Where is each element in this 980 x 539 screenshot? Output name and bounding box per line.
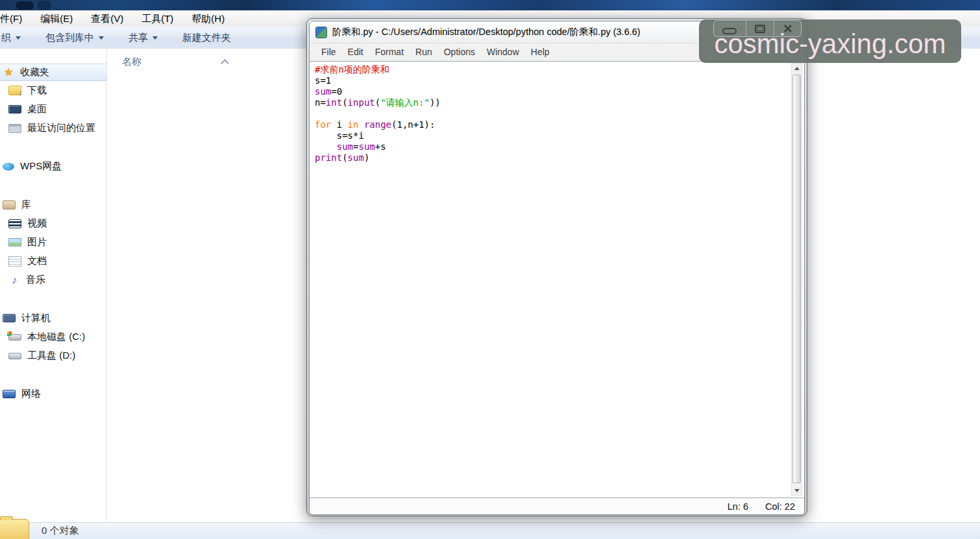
code-token: in: [348, 119, 359, 130]
sidebar-section-wps-drive: WPS网盘: [0, 157, 106, 176]
explorer-menu-item-0[interactable]: 件(F): [0, 10, 25, 27]
toolbar-button-0[interactable]: 织: [1, 27, 21, 49]
sidebar-item-label: 图片: [27, 236, 47, 248]
sidebar-item-label: 桌面: [27, 103, 47, 115]
explorer-menu-item-2[interactable]: 查看(V): [88, 10, 126, 27]
star-icon: [3, 67, 14, 78]
vertical-scrollbar[interactable]: [791, 63, 802, 496]
scroll-up-icon: [794, 67, 800, 70]
sidebar-section-network: 网络: [0, 385, 106, 403]
code-token: ): [364, 152, 369, 163]
screen: 件(F)编辑(E)查看(V)工具(T)帮助(H) 织包含到库中共享新建文件夹 收…: [0, 0, 980, 539]
sidebar-item-label: 库: [21, 198, 31, 211]
toolbar-button-label: 包含到库中: [45, 27, 94, 49]
column-header-label: 名称: [122, 56, 141, 67]
code-line: for i in range(1,n+1):: [315, 119, 787, 130]
sidebar-section-libraries: 库视频图片文档音乐: [0, 195, 106, 289]
code-line: #求前n项的阶乘和: [315, 64, 787, 75]
dropdown-arrow-icon: [153, 36, 158, 40]
code-line: print(sum): [315, 152, 787, 163]
music-icon: [8, 274, 20, 286]
object-count: 0 个对象: [42, 525, 79, 537]
idle-window-title: 阶乘和.py - C:/Users/Administrator/Desktop/…: [332, 26, 641, 38]
idle-menu-file[interactable]: File: [315, 43, 342, 61]
idle-status-bar: Ln: 6 Col: 22: [310, 498, 804, 514]
scroll-down-icon: [794, 489, 800, 492]
computer-icon: [3, 314, 16, 322]
status-column: Col: 22: [765, 501, 795, 512]
toolbar-button-label: 新建文件夹: [182, 27, 231, 49]
scroll-up-button[interactable]: [792, 64, 802, 73]
code-token: sum: [315, 86, 331, 97]
sidebar-item-label: 计算机: [21, 312, 51, 324]
explorer-menu-item-4[interactable]: 帮助(H): [189, 10, 227, 27]
details-pane: 0 个对象: [0, 522, 980, 539]
sidebar-item-music[interactable]: 音乐: [0, 270, 106, 289]
sidebar-item-label: 本地磁盘 (C:): [27, 331, 85, 343]
code-line: s=s*i: [315, 130, 787, 141]
sidebar-item-favorites[interactable]: 收藏夹: [0, 64, 106, 81]
sidebar-item-label: WPS网盘: [20, 160, 62, 173]
toolbar-button-1[interactable]: 包含到库中: [45, 27, 104, 49]
sidebar-item-desktop[interactable]: 桌面: [0, 100, 106, 119]
sidebar-item-network[interactable]: 网络: [0, 385, 106, 403]
idle-menu-edit[interactable]: Edit: [342, 43, 369, 61]
status-line: Ln: 6: [728, 501, 748, 512]
idle-menu-help[interactable]: Help: [525, 43, 556, 61]
library-icon: [3, 200, 16, 210]
sidebar-item-label: 音乐: [26, 274, 45, 286]
idle-text-area[interactable]: #求前n项的阶乘和s=1sum=0n=int(input("请输入n:")) f…: [310, 62, 804, 498]
code-token: s=s*i: [315, 130, 364, 141]
sidebar-item-label: 最近访问的位置: [27, 122, 95, 134]
scrollbar-thumb[interactable]: [792, 75, 801, 483]
code-token: sum: [358, 141, 374, 152]
code-token: sum: [337, 141, 353, 152]
scroll-down-button[interactable]: [792, 486, 802, 496]
code-editor[interactable]: #求前n项的阶乘和s=1sum=0n=int(input("请输入n:")) f…: [315, 64, 787, 163]
idle-menu-run[interactable]: Run: [410, 43, 438, 61]
dropdown-arrow-icon: [99, 36, 104, 40]
sidebar-item-wps-drive[interactable]: WPS网盘: [0, 157, 106, 176]
code-line: [315, 108, 787, 119]
sidebar-section-favorites: 收藏夹下载桌面最近访问的位置: [0, 64, 106, 138]
video-icon: [8, 219, 21, 228]
code-token: sum: [348, 152, 364, 163]
sidebar-item-documents[interactable]: 文档: [0, 252, 106, 270]
sidebar-item-local-disk-c[interactable]: 本地磁盘 (C:): [0, 328, 106, 346]
python-icon: [315, 27, 327, 38]
toolbar-button-label: 织: [1, 27, 11, 49]
dropdown-arrow-icon: [16, 36, 21, 40]
explorer-menu-item-3[interactable]: 工具(T): [139, 10, 176, 27]
documents-icon: [8, 256, 21, 267]
sidebar-item-recent-places[interactable]: 最近访问的位置: [0, 119, 106, 138]
sidebar-item-computer[interactable]: 计算机: [0, 309, 106, 328]
download-icon: [8, 86, 21, 95]
toolbar-button-3[interactable]: 新建文件夹: [182, 27, 231, 49]
code-token: [315, 141, 337, 152]
sidebar-item-label: 文档: [27, 255, 47, 267]
code-token: (1,n+1):: [391, 119, 435, 130]
sidebar-section-computer: 计算机本地磁盘 (C:)工具盘 (D:): [0, 309, 106, 365]
code-line: n=int(input("请输入n:")): [315, 97, 787, 108]
idle-menu-options[interactable]: Options: [438, 43, 481, 61]
idle-menu-format[interactable]: Format: [369, 43, 410, 61]
toolbar-button-2[interactable]: 共享: [129, 27, 158, 49]
idle-menu-window[interactable]: Window: [481, 43, 525, 61]
recent-places-icon: [8, 124, 21, 133]
sidebar-item-label: 网络: [21, 388, 41, 400]
code-token: print: [315, 152, 342, 163]
sidebar-item-videos[interactable]: 视频: [0, 214, 106, 233]
code-token: "请输入n:": [380, 97, 430, 108]
sidebar-item-libraries[interactable]: 库: [0, 195, 106, 214]
sidebar-item-downloads[interactable]: 下载: [0, 81, 106, 100]
sidebar-item-tool-disk-d[interactable]: 工具盘 (D:): [0, 346, 106, 365]
explorer-menu-item-1[interactable]: 编辑(E): [38, 10, 75, 27]
sidebar-item-pictures[interactable]: 图片: [0, 233, 106, 252]
idle-window-inner: 阶乘和.py - C:/Users/Administrator/Desktop/…: [309, 21, 805, 515]
explorer-sidebar: 收藏夹下载桌面最近访问的位置WPS网盘库视频图片文档音乐计算机本地磁盘 (C:)…: [0, 49, 107, 522]
nav-back-icon: [16, 1, 34, 10]
code-token: =0: [331, 86, 342, 97]
address-bar-strip: [0, 0, 980, 10]
code-token: +s: [375, 141, 386, 152]
code-token: (: [342, 152, 347, 163]
